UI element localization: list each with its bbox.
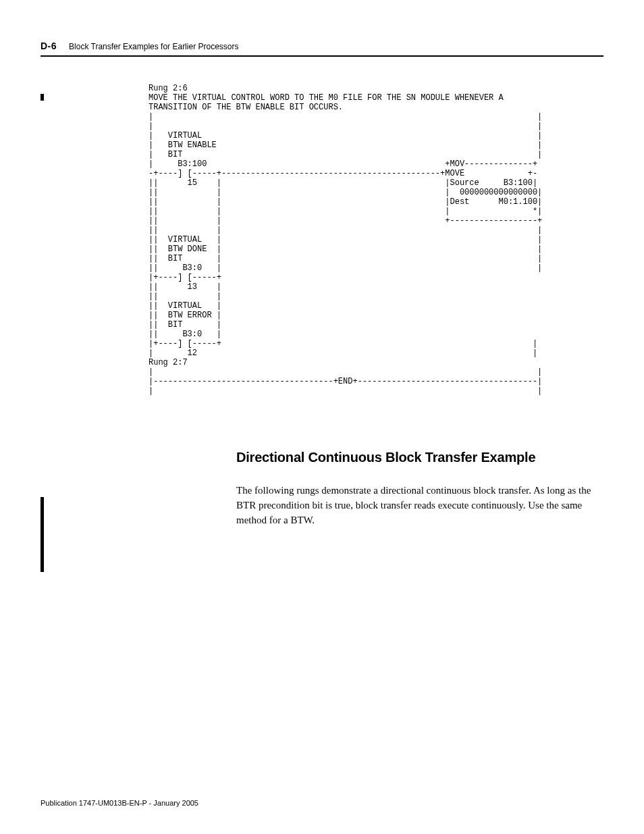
chapter-title: Block Transfer Examples for Earlier Proc… <box>69 42 238 51</box>
change-bar <box>41 94 44 101</box>
ladder-diagram: Rung 2:6 MOVE THE VIRTUAL CONTROL WORD T… <box>149 84 603 396</box>
section-body: The following rungs demonstrate a direct… <box>236 483 594 527</box>
section-heading: Directional Continuous Block Transfer Ex… <box>236 450 603 465</box>
publication-footer: Publication 1747-UM013B-EN-P - January 2… <box>41 799 198 807</box>
page: D-6 Block Transfer Examples for Earlier … <box>0 0 644 834</box>
page-header: D-6 Block Transfer Examples for Earlier … <box>41 41 603 57</box>
change-bar <box>41 497 44 572</box>
page-number: D-6 <box>41 41 57 51</box>
